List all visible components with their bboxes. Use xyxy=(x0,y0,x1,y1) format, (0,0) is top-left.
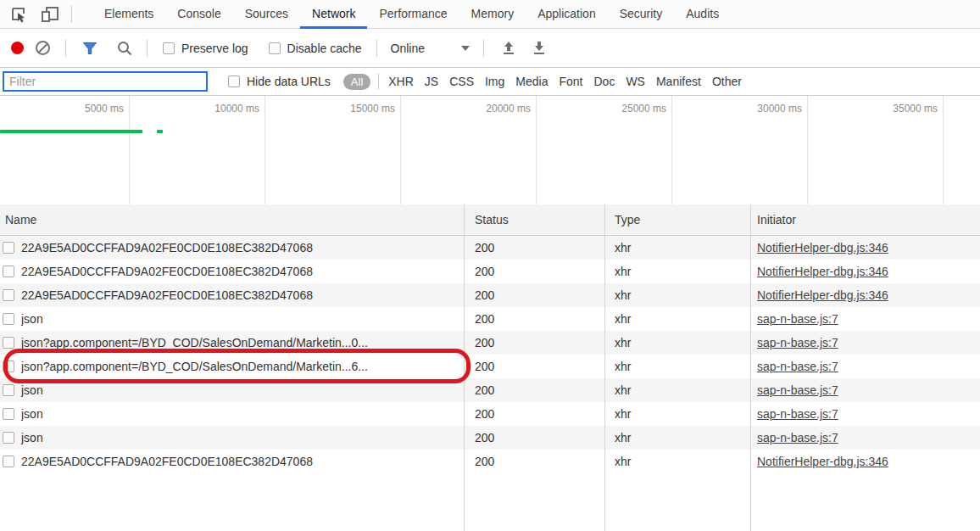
type-cell: xhr xyxy=(604,455,750,468)
request-name: json xyxy=(21,312,43,326)
column-header-initiator[interactable]: Initiator xyxy=(750,213,980,226)
tab-audits[interactable]: Audits xyxy=(674,0,731,29)
record-icon[interactable] xyxy=(11,42,24,54)
table-row[interactable]: 22A9E5AD0CCFFAD9A02FE0CD0E108EC382D47068… xyxy=(0,260,980,283)
initiator-link[interactable]: NotifierHelper-dbg.js:346 xyxy=(757,288,888,302)
status-cell: 200 xyxy=(464,407,604,421)
status-cell: 200 xyxy=(464,265,604,278)
initiator-link[interactable]: NotifierHelper-dbg.js:346 xyxy=(757,241,888,254)
clear-icon[interactable] xyxy=(36,41,50,55)
row-checkbox[interactable] xyxy=(3,384,14,396)
name-cell: 22A9E5AD0CCFFAD9A02FE0CD0E108EC382D47068 xyxy=(0,455,464,468)
type-cell: xhr xyxy=(604,336,750,349)
import-har-icon[interactable] xyxy=(498,38,519,59)
initiator-link[interactable]: sap-n-base.js:7 xyxy=(757,383,838,397)
filter-type-media[interactable]: Media xyxy=(515,75,548,88)
filter-type-manifest[interactable]: Manifest xyxy=(656,75,701,88)
table-row[interactable]: json200xhrsap-n-base.js:7 xyxy=(0,307,980,331)
filter-type-all[interactable]: All xyxy=(343,74,370,90)
column-header-name[interactable]: Name xyxy=(0,213,464,226)
row-checkbox[interactable] xyxy=(3,456,14,467)
filter-type-doc[interactable]: Doc xyxy=(593,75,615,88)
filter-type-js[interactable]: JS xyxy=(425,75,438,88)
filter-type-img[interactable]: Img xyxy=(485,75,504,88)
table-row[interactable]: json200xhrsap-n-base.js:7 xyxy=(0,402,980,426)
preserve-log-checkbox[interactable] xyxy=(163,42,175,54)
tab-network[interactable]: Network xyxy=(300,0,367,29)
divider xyxy=(483,40,484,57)
divider xyxy=(147,40,148,57)
tab-elements[interactable]: Elements xyxy=(92,0,165,29)
initiator-link[interactable]: sap-n-base.js:7 xyxy=(757,312,838,326)
panel-tabs: ElementsConsoleSourcesNetworkPerformance… xyxy=(92,0,731,29)
tab-performance[interactable]: Performance xyxy=(367,0,459,29)
table-row[interactable]: json?app.component=/BYD_COD/SalesOnDeman… xyxy=(0,355,980,378)
request-name: json?app.component=/BYD_COD/SalesOnDeman… xyxy=(21,360,368,373)
search-icon[interactable] xyxy=(114,38,135,59)
row-checkbox[interactable] xyxy=(3,408,14,420)
tab-console[interactable]: Console xyxy=(165,0,232,29)
filter-type-ws[interactable]: WS xyxy=(626,75,645,88)
filter-type-css[interactable]: CSS xyxy=(449,75,474,88)
column-header-type[interactable]: Type xyxy=(604,213,750,226)
request-name: json xyxy=(21,407,43,421)
row-checkbox[interactable] xyxy=(3,289,14,301)
table-row[interactable]: json200xhrsap-n-base.js:7 xyxy=(0,426,980,450)
filter-type-list: AllXHRJSCSSImgMediaFontDocWSManifestOthe… xyxy=(343,74,753,90)
table-row[interactable]: 22A9E5AD0CCFFAD9A02FE0CD0E108EC382D47068… xyxy=(0,283,980,307)
initiator-cell: sap-n-base.js:7 xyxy=(750,431,980,444)
hide-data-urls-checkbox[interactable] xyxy=(228,75,240,87)
timeline-tick-label: 25000 ms xyxy=(621,103,671,115)
timeline-overview[interactable]: 5000 ms10000 ms15000 ms20000 ms25000 ms3… xyxy=(0,96,980,204)
name-cell: json xyxy=(0,407,464,421)
name-cell: json?app.component=/BYD_COD/SalesOnDeman… xyxy=(0,336,464,349)
table-row[interactable]: json?app.component=/BYD_COD/SalesOnDeman… xyxy=(0,331,980,355)
row-checkbox[interactable] xyxy=(3,242,14,254)
timeline-gridline xyxy=(129,96,130,204)
divider xyxy=(65,40,66,57)
initiator-link[interactable]: NotifierHelper-dbg.js:346 xyxy=(757,265,888,278)
row-checkbox[interactable] xyxy=(3,313,14,325)
tab-application[interactable]: Application xyxy=(526,0,608,29)
timeline-gridline xyxy=(264,96,265,204)
filter-funnel-icon[interactable] xyxy=(80,38,100,59)
filter-input[interactable] xyxy=(3,71,208,92)
request-name: json xyxy=(21,431,43,444)
initiator-link[interactable]: sap-n-base.js:7 xyxy=(757,336,838,349)
row-checkbox[interactable] xyxy=(3,266,14,277)
row-checkbox[interactable] xyxy=(3,361,14,372)
device-toolbar-icon[interactable] xyxy=(40,4,60,25)
filter-type-xhr[interactable]: XHR xyxy=(388,75,414,88)
status-cell: 200 xyxy=(464,383,604,397)
initiator-cell: sap-n-base.js:7 xyxy=(750,360,980,373)
chevron-down-icon xyxy=(461,46,470,51)
tab-security[interactable]: Security xyxy=(608,0,675,29)
throttling-select[interactable]: Online xyxy=(391,42,470,55)
type-cell: xhr xyxy=(604,265,750,278)
filter-type-other[interactable]: Other xyxy=(712,75,742,88)
divider xyxy=(378,74,379,89)
inspect-element-icon[interactable] xyxy=(8,4,29,25)
initiator-link[interactable]: NotifierHelper-dbg.js:346 xyxy=(757,455,888,468)
preserve-log-label: Preserve log xyxy=(181,42,248,55)
network-activity-bar xyxy=(157,130,163,133)
filter-type-font[interactable]: Font xyxy=(559,75,582,88)
tab-memory[interactable]: Memory xyxy=(459,0,526,29)
table-row[interactable]: 22A9E5AD0CCFFAD9A02FE0CD0E108EC382D47068… xyxy=(0,236,980,260)
tab-sources[interactable]: Sources xyxy=(233,0,300,29)
export-har-icon[interactable] xyxy=(529,38,549,59)
row-checkbox[interactable] xyxy=(3,432,14,444)
column-header-status[interactable]: Status xyxy=(464,213,604,226)
initiator-link[interactable]: sap-n-base.js:7 xyxy=(757,360,838,373)
initiator-link[interactable]: sap-n-base.js:7 xyxy=(757,431,838,444)
timeline-gridline xyxy=(807,96,808,204)
disable-cache-checkbox[interactable] xyxy=(269,42,281,54)
initiator-link[interactable]: sap-n-base.js:7 xyxy=(757,407,838,421)
row-checkbox[interactable] xyxy=(3,337,14,349)
table-row[interactable]: json200xhrsap-n-base.js:7 xyxy=(0,378,980,402)
request-name: 22A9E5AD0CCFFAD9A02FE0CD0E108EC382D47068 xyxy=(21,455,313,468)
request-name: 22A9E5AD0CCFFAD9A02FE0CD0E108EC382D47068 xyxy=(21,288,313,302)
name-cell: 22A9E5AD0CCFFAD9A02FE0CD0E108EC382D47068 xyxy=(0,265,464,278)
disable-cache-label: Disable cache xyxy=(287,42,362,55)
table-row[interactable]: 22A9E5AD0CCFFAD9A02FE0CD0E108EC382D47068… xyxy=(0,450,980,473)
